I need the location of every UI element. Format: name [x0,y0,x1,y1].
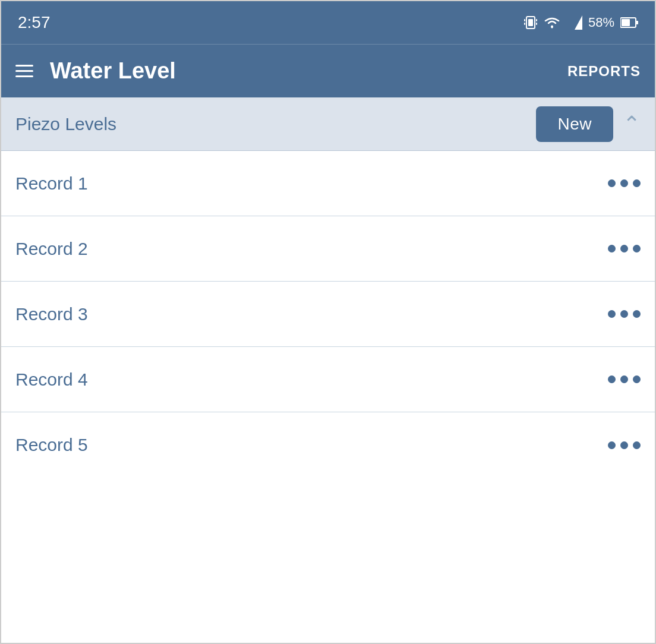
section-header: Piezo Levels New ⌃ [1,97,655,151]
reports-button[interactable]: REPORTS [567,63,641,80]
list-item[interactable]: Record 2 [1,216,655,282]
header-bar: Water Level REPORTS [1,44,655,97]
record-name: Record 1 [15,173,88,194]
header-left: Water Level [15,58,176,84]
svg-rect-3 [536,19,537,21]
svg-rect-1 [528,19,533,26]
svg-rect-9 [636,21,638,24]
more-options-button[interactable] [608,441,641,449]
more-options-button[interactable] [608,179,641,187]
status-icons: 58% [524,14,638,31]
record-name: Record 3 [15,304,88,324]
battery-percentage: 58% [588,15,614,30]
svg-marker-7 [575,15,582,30]
more-options-button[interactable] [608,245,641,252]
section-title: Piezo Levels [15,114,116,134]
empty-bottom-area [1,478,655,643]
page-title: Water Level [50,58,176,84]
record-name: Record 4 [15,370,88,390]
svg-rect-2 [524,19,525,21]
new-button[interactable]: New [536,106,613,142]
wifi-icon [543,15,561,30]
list-item[interactable]: Record 4 [1,347,655,412]
svg-rect-5 [536,23,537,25]
svg-point-6 [551,26,553,28]
more-options-button[interactable] [608,310,641,318]
svg-rect-4 [524,23,525,25]
record-name: Record 2 [15,239,88,259]
status-time: 2:57 [18,13,51,32]
records-list: Record 1 Record 2 Record 3 [1,151,655,478]
list-item[interactable]: Record 5 [1,412,655,478]
vibrate-icon [524,14,537,31]
status-bar: 2:57 58% [1,1,655,44]
list-item[interactable]: Record 1 [1,151,655,216]
list-item[interactable]: Record 3 [1,282,655,347]
chevron-up-icon[interactable]: ⌃ [623,113,641,135]
battery-icon [620,17,638,29]
svg-rect-10 [622,19,630,26]
section-actions: New ⌃ [536,106,641,142]
more-options-button[interactable] [608,375,641,383]
phone-container: 2:57 58% [0,0,656,644]
signal-icon [567,15,582,30]
menu-icon[interactable] [15,65,33,77]
record-name: Record 5 [15,435,88,455]
